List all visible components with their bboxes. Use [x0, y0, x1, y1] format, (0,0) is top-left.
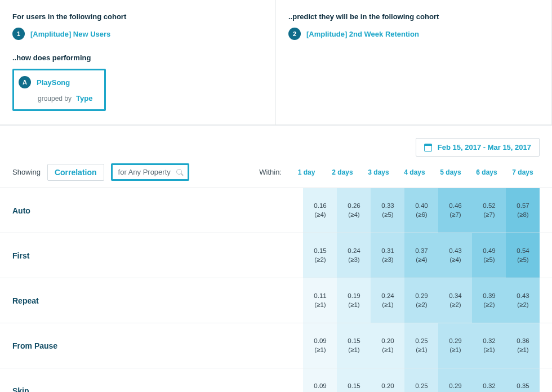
event-link[interactable]: PlaySong	[37, 78, 70, 87]
cell-threshold: (≥2)	[416, 301, 427, 310]
event-block: A PlaySong grouped by Type	[12, 69, 106, 111]
cell-value: 0.29	[449, 382, 461, 391]
cell-threshold: (≥4)	[314, 211, 326, 220]
heatmap-cell[interactable]: 0.15(≥2)	[303, 233, 337, 278]
row-label[interactable]: First	[0, 233, 303, 278]
cell-value: 0.26	[348, 202, 360, 211]
showing-label: Showing	[12, 168, 41, 176]
row-label[interactable]: From Pause	[0, 323, 303, 368]
cell-threshold: (≥8)	[517, 211, 528, 220]
cell-threshold: (≥2)	[517, 301, 528, 310]
row-label[interactable]: Repeat	[0, 278, 303, 323]
cell-value: 0.29	[415, 292, 428, 301]
property-scope-text: for Any Property	[118, 168, 171, 176]
cell-threshold: (≥7)	[449, 211, 461, 220]
heatmap-cell[interactable]: 0.32(≥1)	[472, 323, 506, 368]
cell-value: 0.20	[381, 337, 394, 346]
heatmap-cell[interactable]: 0.31(≥3)	[371, 233, 404, 278]
heatmap-cell[interactable]: 0.39(≥2)	[472, 278, 506, 323]
column-header-day-5[interactable]: 5 days	[434, 168, 468, 176]
heatmap-cell[interactable]: 0.49(≥5)	[472, 233, 506, 278]
cell-value: 0.39	[483, 292, 495, 301]
property-scope-selector[interactable]: for Any Property	[111, 163, 189, 181]
group-prop-link[interactable]: Type	[76, 94, 92, 103]
date-range-text: Feb 15, 2017 - Mar 15, 2017	[438, 143, 531, 152]
heatmap-cell[interactable]: 0.29(≥1)	[438, 323, 472, 368]
heatmap-cell[interactable]: 0.43(≥2)	[506, 278, 540, 323]
cell-value: 0.24	[348, 247, 360, 256]
source-cohort-panel: For users in the following cohort 1 [Amp…	[0, 0, 276, 124]
cell-value: 0.32	[483, 382, 495, 391]
source-heading: For users in the following cohort	[12, 12, 263, 21]
column-header-day-1[interactable]: 1 day	[290, 168, 323, 176]
table-row: From Pause0.09(≥1)0.15(≥1)0.20(≥1)0.25(≥…	[0, 323, 552, 368]
heatmap-cell[interactable]: 0.09(≥1)	[303, 323, 337, 368]
date-range-button[interactable]: Feb 15, 2017 - Mar 15, 2017	[416, 138, 540, 157]
heatmap-cell[interactable]: 0.16(≥4)	[303, 188, 337, 233]
heatmap-cell[interactable]: 0.25(≥1)	[404, 323, 438, 368]
performing-heading: ..how does performing	[12, 54, 263, 62]
heatmap-cell[interactable]: 0.20(≥1)	[371, 368, 404, 392]
cell-threshold: (≥5)	[382, 211, 393, 220]
cohort-1-link[interactable]: [Amplitude] New Users	[30, 30, 110, 38]
heatmap-cell[interactable]: 0.15(≥1)	[337, 368, 371, 392]
cell-threshold: (≥3)	[382, 256, 393, 265]
table-row: Skip0.09(≥1)0.15(≥1)0.20(≥1)0.25(≥1)0.29…	[0, 368, 552, 392]
heatmap-cell[interactable]: 0.32(≥1)	[472, 368, 506, 392]
column-header-day-4[interactable]: 4 days	[398, 168, 431, 176]
heatmap-cell[interactable]: 0.40(≥6)	[404, 188, 438, 233]
cell-threshold: (≥1)	[416, 346, 427, 355]
heatmap-cell[interactable]: 0.24(≥1)	[371, 278, 404, 323]
heatmap-cell[interactable]: 0.33(≥5)	[371, 188, 404, 233]
heatmap-cell[interactable]: 0.46(≥7)	[438, 188, 472, 233]
heatmap-cell[interactable]: 0.36(≥1)	[506, 323, 540, 368]
cohort-1-row: 1 [Amplitude] New Users	[12, 28, 263, 40]
heatmap-cell[interactable]: 0.57(≥8)	[506, 188, 540, 233]
grouped-by-label: grouped by	[38, 95, 72, 103]
column-header-day-7[interactable]: 7 days	[506, 168, 540, 176]
cell-value: 0.40	[415, 202, 428, 211]
cell-value: 0.24	[381, 292, 394, 301]
heatmap-cell[interactable]: 0.52(≥7)	[472, 188, 506, 233]
heatmap-cell[interactable]: 0.35(≥1)	[506, 368, 540, 392]
heatmap-cell[interactable]: 0.15(≥1)	[337, 323, 371, 368]
cell-threshold: (≥1)	[382, 346, 393, 355]
heatmap-cell[interactable]: 0.26(≥4)	[337, 188, 371, 233]
table-row: Auto0.16(≥4)0.26(≥4)0.33(≥5)0.40(≥6)0.46…	[0, 188, 552, 233]
metric-selector[interactable]: Correlation	[47, 164, 104, 181]
row-label[interactable]: Auto	[0, 188, 303, 233]
cell-threshold: (≥5)	[517, 256, 528, 265]
heatmap-cell[interactable]: 0.24(≥3)	[337, 233, 371, 278]
heatmap-cell[interactable]: 0.29(≥2)	[404, 278, 438, 323]
heatmap-cell[interactable]: 0.19(≥1)	[337, 278, 371, 323]
heatmap-cell[interactable]: 0.20(≥1)	[371, 323, 404, 368]
heatmap-cell[interactable]: 0.25(≥1)	[404, 368, 438, 392]
heatmap-cell[interactable]: 0.43(≥4)	[438, 233, 472, 278]
cell-value: 0.46	[449, 202, 461, 211]
cell-value: 0.11	[314, 292, 326, 301]
cell-value: 0.33	[381, 202, 394, 211]
heatmap-table: Auto0.16(≥4)0.26(≥4)0.33(≥5)0.40(≥6)0.46…	[0, 188, 552, 392]
heatmap-cell[interactable]: 0.37(≥4)	[404, 233, 438, 278]
controls-row: Showing Correlation for Any Property Wit…	[0, 160, 552, 188]
row-label[interactable]: Skip	[0, 368, 303, 392]
target-cohort-panel: ..predict they will be in the following …	[276, 0, 551, 124]
heatmap-cell[interactable]: 0.29(≥1)	[438, 368, 472, 392]
cell-threshold: (≥7)	[483, 211, 495, 220]
table-row: Repeat0.11(≥1)0.19(≥1)0.24(≥1)0.29(≥2)0.…	[0, 278, 552, 323]
column-header-day-6[interactable]: 6 days	[470, 168, 504, 176]
heatmap-cell[interactable]: 0.09(≥1)	[303, 368, 337, 392]
cell-value: 0.31	[381, 247, 394, 256]
column-header-day-3[interactable]: 3 days	[362, 168, 395, 176]
cohort-2-link[interactable]: [Amplitude] 2nd Week Retention	[306, 30, 419, 38]
heatmap-cell[interactable]: 0.54(≥5)	[506, 233, 540, 278]
cell-value: 0.20	[381, 382, 394, 391]
column-header-day-2[interactable]: 2 days	[326, 168, 359, 176]
cell-value: 0.25	[415, 337, 428, 346]
heatmap-cell[interactable]: 0.34(≥2)	[438, 278, 472, 323]
cell-value: 0.09	[314, 337, 326, 346]
heatmap-cell[interactable]: 0.11(≥1)	[303, 278, 337, 323]
cell-threshold: (≥1)	[314, 301, 326, 310]
cell-threshold: (≥1)	[348, 346, 359, 355]
cell-value: 0.49	[483, 247, 495, 256]
